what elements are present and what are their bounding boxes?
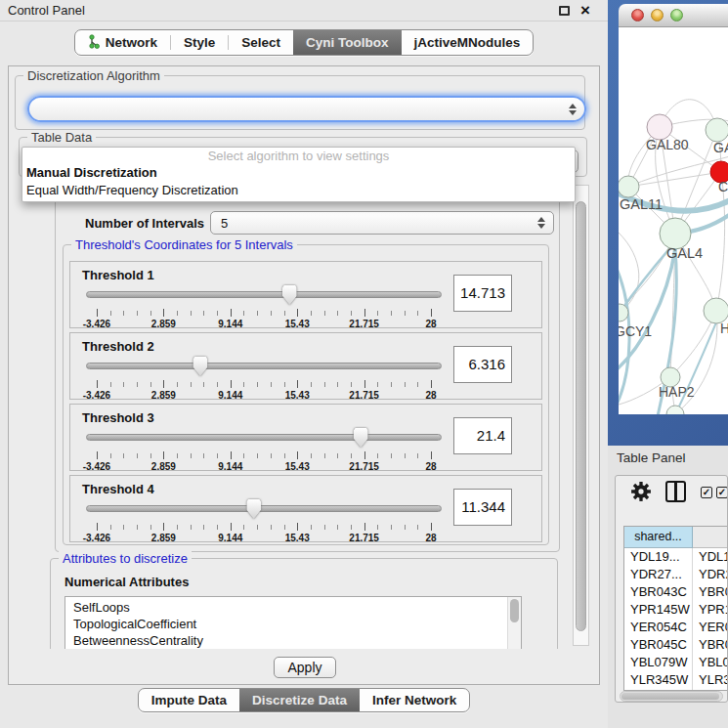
combo-arrows-icon: [537, 217, 545, 229]
slider-thumb[interactable]: [282, 285, 297, 305]
segmented-tab-control: Impute DataDiscretize DataInfer Network: [138, 688, 470, 712]
slider-track[interactable]: [86, 363, 442, 369]
network-icon: [88, 34, 100, 52]
algorithm-combobox[interactable]: [27, 96, 586, 122]
table-row[interactable]: YBR045CYBR04: [624, 636, 727, 654]
algorithm-option-manual[interactable]: Manual Discretization: [22, 164, 575, 182]
main-vertical-scrollbar[interactable]: [573, 185, 589, 646]
table-row[interactable]: YPR145WYPR14: [624, 601, 727, 619]
slider-thumb[interactable]: [246, 499, 261, 519]
cell-name[interactable]: YBR04: [693, 583, 727, 601]
attribute-list-item[interactable]: BetweennessCentrality: [73, 632, 521, 649]
table-panel-title: Table Panel: [617, 450, 686, 465]
node-label: GAL11: [620, 196, 663, 212]
node-label: H: [720, 321, 728, 336]
slider-tick-labels: -3.4262.8599.14415.4321.71528: [86, 390, 442, 402]
close-traffic-light[interactable]: [631, 9, 644, 21]
column-header-name[interactable]: na: [693, 527, 727, 548]
tab-cyni-toolbox[interactable]: Cyni Toolbox: [293, 30, 402, 55]
slider-track[interactable]: [86, 505, 442, 512]
slider-tick-labels: -3.4262.8599.14415.4321.71528: [86, 319, 442, 330]
table-row[interactable]: YER054CYER05: [624, 619, 727, 636]
table-row[interactable]: YLR345WYLR34: [624, 671, 727, 689]
numerical-attributes-list[interactable]: SelfLoopsTopologicalCoefficientBetweenne…: [64, 596, 522, 649]
table-row[interactable]: YDR27...YDR27: [624, 566, 727, 583]
network-node[interactable]: [666, 406, 684, 414]
table-panel: ✓ ✓ shared... na YDL19...YDL19YDR27...YD…: [615, 475, 728, 703]
cell-name[interactable]: YLR34: [693, 671, 727, 689]
zoom-traffic-light[interactable]: [670, 9, 683, 21]
close-icon[interactable]: ×: [580, 0, 590, 21]
scrollbar-thumb[interactable]: [576, 201, 586, 631]
tab-jactivemnodules[interactable]: jActiveMNodules: [402, 30, 534, 55]
cyni-toolbox-panel: Discretization Algorithm Select algorith…: [8, 65, 600, 685]
cell-name[interactable]: YBL07: [693, 654, 727, 671]
settings-scroll-area: Interval Definition Number of Intervals …: [15, 181, 572, 649]
threshold-value-field[interactable]: 11.344: [453, 489, 512, 526]
algorithm-dropdown-hint: Select algorithm to view settings: [22, 148, 575, 164]
tab-label: Discretize Data: [252, 693, 347, 707]
slider-thumb[interactable]: [193, 357, 207, 376]
cell-shared-name[interactable]: YDR27...: [624, 566, 693, 583]
gear-icon[interactable]: [630, 481, 652, 502]
network-canvas[interactable]: GAL80GACGAL11GAL4GCY1HHAP2: [619, 27, 728, 414]
cell-name[interactable]: YER05: [693, 619, 727, 636]
tab-network[interactable]: Network: [75, 30, 170, 55]
threshold-slider[interactable]: -3.4262.8599.14415.4321.71528: [86, 357, 442, 398]
tab-select[interactable]: Select: [229, 30, 293, 55]
cell-shared-name[interactable]: YDL19...: [624, 548, 693, 566]
attributes-list-scrollbar[interactable]: [507, 597, 521, 649]
tab-label: jActiveMNodules: [414, 35, 521, 50]
cell-shared-name[interactable]: YBL079W: [624, 654, 693, 671]
apply-button[interactable]: Apply: [274, 657, 336, 678]
slider-track[interactable]: [86, 291, 442, 298]
threshold-slider[interactable]: -3.4262.8599.14415.4321.71528: [86, 285, 442, 326]
threshold-slider[interactable]: -3.4262.8599.14415.4321.71528: [86, 428, 442, 469]
threshold-value-field[interactable]: 21.4: [453, 417, 512, 454]
slider-track[interactable]: [86, 434, 442, 441]
threshold-slider[interactable]: -3.4262.8599.14415.4321.71528: [86, 499, 442, 540]
column-header-shared-name[interactable]: shared...: [624, 527, 693, 548]
tab-infer-network[interactable]: Infer Network: [360, 689, 469, 711]
cell-shared-name[interactable]: YLR345W: [624, 671, 693, 689]
algorithm-option-equal-width[interactable]: Equal Width/Frequency Discretization: [22, 182, 575, 199]
table-row[interactable]: YBR043CYBR04: [624, 583, 727, 601]
network-window-titlebar[interactable]: [619, 4, 728, 27]
attribute-list-item[interactable]: TopologicalCoefficient: [73, 616, 521, 632]
table-row[interactable]: YBL079WYBL07: [624, 654, 727, 671]
bottom-tab-bar: Impute DataDiscretize DataInfer Network: [0, 688, 608, 712]
cell-name[interactable]: YPR14: [693, 601, 727, 619]
tab-label: Style: [184, 35, 215, 50]
table-horizontal-scrollbar[interactable]: [620, 691, 723, 702]
threshold-label: Threshold 1: [82, 268, 154, 282]
tab-style[interactable]: Style: [171, 30, 228, 55]
table-row[interactable]: YDL19...YDL19: [624, 548, 727, 566]
checkbox-checked-icon[interactable]: ✓: [701, 487, 712, 498]
network-edge[interactable]: [675, 322, 716, 414]
threshold-value-field[interactable]: 6.316: [453, 346, 512, 383]
cell-shared-name[interactable]: YPR145W: [624, 601, 693, 619]
network-node-ga[interactable]: [706, 118, 728, 142]
threshold-value-field[interactable]: 14.713: [453, 275, 512, 312]
network-node-gal11[interactable]: [619, 176, 639, 197]
attribute-list-item[interactable]: SelfLoops: [73, 599, 521, 616]
attributes-legend: Attributes to discretize: [59, 551, 192, 566]
slider-thumb[interactable]: [354, 428, 368, 448]
slider-ticks: [86, 380, 442, 389]
cell-shared-name[interactable]: YER054C: [624, 619, 693, 636]
cell-shared-name[interactable]: YBR043C: [624, 583, 693, 601]
tab-discretize-data[interactable]: Discretize Data: [239, 689, 360, 711]
network-edge[interactable]: [628, 172, 721, 187]
number-of-intervals-combobox[interactable]: 5: [210, 211, 554, 235]
tab-impute-data[interactable]: Impute Data: [139, 689, 239, 711]
cell-name[interactable]: YDR27: [693, 566, 727, 583]
minimize-traffic-light[interactable]: [651, 9, 664, 21]
checkbox-checked-icon[interactable]: ✓: [716, 487, 728, 498]
cell-shared-name[interactable]: YBR045C: [624, 636, 693, 654]
cell-name[interactable]: YDL19: [693, 548, 727, 566]
cell-name[interactable]: YBR04: [693, 636, 727, 654]
network-view-window: GAL80GACGAL11GAL4GCY1HHAP2: [608, 0, 728, 446]
threshold-label: Threshold 2: [82, 339, 154, 354]
columns-icon[interactable]: [665, 481, 686, 502]
float-icon[interactable]: [559, 6, 570, 16]
